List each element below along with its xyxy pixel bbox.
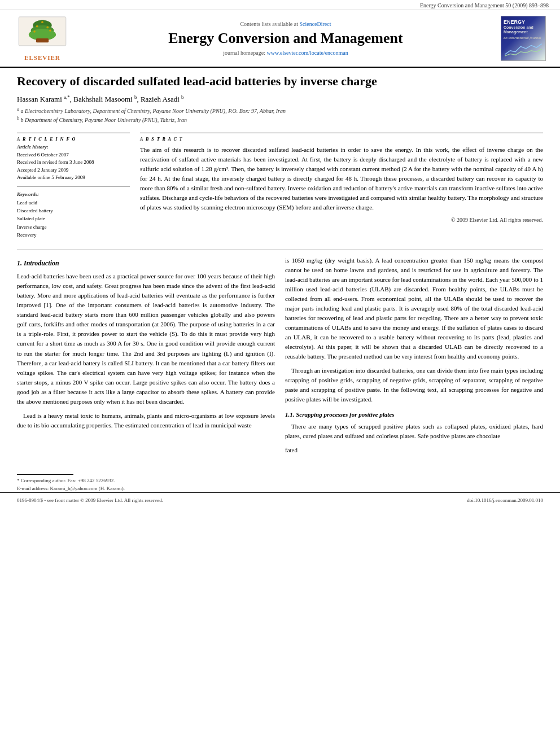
info-abstract-row: A R T I C L E I N F O Article history: R… (17, 133, 543, 239)
journal-header-left: ELSEVIER (11, 16, 73, 61)
footnote-email-label: E-mail address: (17, 486, 49, 491)
article-info-panel: A R T I C L E I N F O Article history: R… (17, 133, 130, 239)
received-date: Received 6 October 2007 (17, 151, 130, 159)
fated-text: fated (285, 447, 298, 453)
page-footer: 0196-8904/$ - see front matter © 2009 El… (0, 492, 560, 508)
abstract-text: The aim of this research is to recover d… (140, 145, 543, 212)
subsection-heading: 1.1. Scrapping processes for positive pl… (285, 410, 543, 420)
copyright-text: © 2009 Elsevier Ltd. All rights reserved… (140, 217, 543, 223)
cover-chart-icon (501, 41, 546, 57)
body-left-para-1: Lead-acid batteries have been used as a … (17, 272, 275, 407)
journal-title: Energy Conversion and Management (79, 29, 492, 47)
keywords-heading: Keywords: (17, 191, 130, 197)
elsevier-brand-text: ELSEVIER (24, 54, 60, 61)
footnote-email: Karami_h@yahoo.com (H. Karami). (50, 486, 125, 491)
journal-cover-thumbnail: ENERGY Conversion and Management an inte… (501, 16, 546, 61)
journal-header-center: Contents lists available at ScienceDirec… (79, 21, 492, 55)
journal-header: ELSEVIER Contents lists available at Sci… (0, 10, 560, 68)
svg-point-9 (49, 29, 51, 32)
contents-availability-line: Contents lists available at ScienceDirec… (79, 21, 492, 27)
body-columns: 1. Introduction Lead-acid batteries have… (17, 256, 543, 456)
footnote-star: * Corresponding author. Fax: +98 242 522… (17, 477, 543, 485)
journal-header-right: ENERGY Conversion and Management an inte… (498, 16, 549, 61)
abstract-heading: A B S T R A C T (140, 137, 543, 142)
contents-prefix: Contents lists available at (240, 21, 298, 27)
cover-label-line3: Management (504, 30, 543, 34)
cover-label-line2: Conversion and (504, 25, 543, 30)
elsevier-logo: ELSEVIER (14, 16, 71, 61)
article-title: Recovery of discarded sulfated lead-acid… (17, 73, 543, 90)
accepted-date: Accepted 2 January 2009 (17, 167, 130, 174)
cover-label-line1: ENERGY (504, 19, 543, 25)
citation-bar: Energy Conversion and Management 50 (200… (0, 0, 560, 10)
body-left-para-2: Lead is a heavy metal toxic to humans, a… (17, 411, 275, 430)
body-right-column: is 1050 mg/kg (dry weight basis). A lead… (285, 256, 543, 456)
section-divider (17, 250, 543, 250)
footnote-corresponding: * Corresponding author. Fax: +98 242 522… (17, 478, 115, 483)
section1-heading: 1. Introduction (17, 258, 275, 269)
journal-citation: Energy Conversion and Management 50 (200… (420, 2, 549, 8)
info-divider (17, 186, 130, 187)
svg-point-7 (46, 27, 49, 29)
available-online-date: Available online 5 February 2009 (17, 174, 130, 182)
keyword-5: Recovery (17, 231, 130, 239)
svg-point-10 (41, 21, 43, 23)
affiliation-b: b b Department of Chemistry, Payame Noor… (17, 115, 543, 124)
keyword-3: Sulfated plate (17, 215, 130, 222)
body-left-column: 1. Introduction Lead-acid batteries have… (17, 256, 275, 456)
main-content: Recovery of discarded sulfated lead-acid… (0, 68, 560, 472)
authors-line: Hassan Karami a,*, Bakhshali Masoomi b, … (17, 94, 543, 104)
keyword-2: Discarded battery (17, 207, 130, 215)
svg-point-6 (36, 25, 38, 28)
svg-point-8 (33, 30, 36, 33)
keywords-list: Lead-acid Discarded battery Sulfated pla… (17, 199, 130, 239)
author-razieh: Razieh Asadi b (141, 95, 184, 103)
sciencedirect-link[interactable]: ScienceDirect (299, 21, 331, 27)
elsevier-logo-icon (14, 16, 71, 53)
footer-copyright: 0196-8904/$ - see front matter © 2009 El… (17, 497, 163, 503)
body-right-para-2: Through an investigation into discarded … (285, 366, 543, 404)
footnote-section: * Corresponding author. Fax: +98 242 522… (0, 472, 560, 492)
keyword-4: Inverse charge (17, 223, 130, 231)
article-info-heading: A R T I C L E I N F O (17, 137, 130, 142)
journal-homepage-line: journal homepage: www.elsevier.com/locat… (79, 50, 492, 56)
author-hassan: Hassan Karami a,*, (17, 95, 73, 103)
history-heading: Article history: (17, 144, 130, 150)
body-right-para-3: There are many types of scrapped positiv… (285, 422, 543, 441)
abstract-panel: A B S T R A C T The aim of this research… (140, 133, 543, 239)
homepage-url[interactable]: www.elsevier.com/locate/enconman (266, 50, 348, 56)
affiliations-block: a a Electrochemistry Laboratory, Departm… (17, 106, 543, 125)
footer-doi: doi:10.1016/j.enconman.2009.01.010 (467, 497, 543, 503)
author-bakhshali: Bakhshali Masoomi b, (73, 95, 141, 103)
received-revised-date: Received in revised form 3 June 2008 (17, 159, 130, 167)
keyword-1: Lead-acid (17, 199, 130, 207)
homepage-prefix: journal homepage: (223, 50, 265, 56)
svg-rect-5 (36, 38, 49, 42)
cover-label: ENERGY Conversion and Management an inte… (504, 19, 543, 40)
affiliation-a: a a Electrochemistry Laboratory, Departm… (17, 106, 543, 115)
body-right-para-1: is 1050 mg/kg (dry weight basis). A lead… (285, 256, 543, 362)
cover-label-line4: an international journal (504, 36, 543, 40)
footnote-email-line: E-mail address: Karami_h@yahoo.com (H. K… (17, 485, 543, 493)
footnote-rule (17, 474, 73, 475)
